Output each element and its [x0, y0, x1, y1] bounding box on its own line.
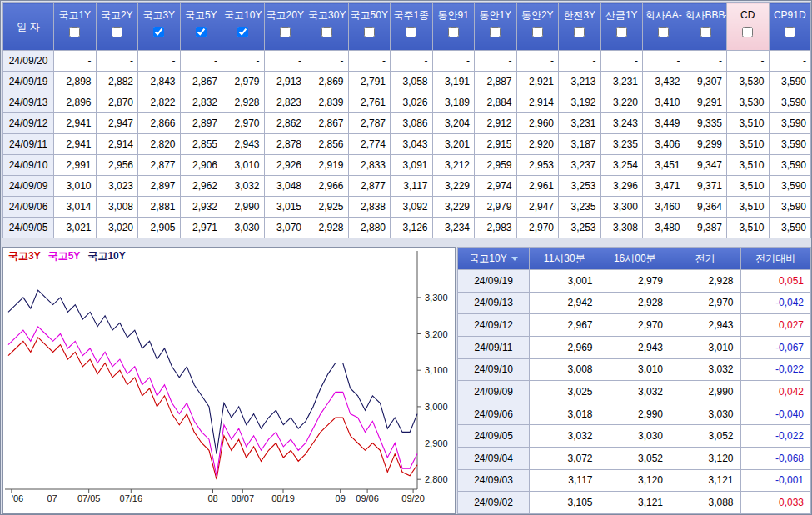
yield-cell: 2,970	[516, 218, 559, 238]
value-1130: 2,967	[530, 314, 600, 337]
column-checkbox-산금1Y[interactable]	[616, 27, 627, 38]
column-label: 회사BBB-	[685, 3, 727, 22]
column-header-국고50Y: 국고50Y	[348, 3, 391, 51]
column-checkbox-회사BBB-[interactable]	[700, 27, 711, 38]
yield-table-row[interactable]: 24/09/192,8982,8822,8432,8672,9792,9132,…	[3, 72, 811, 92]
yield-cell: 2,970	[222, 113, 265, 134]
yield-table-row[interactable]: 24/09/122,9412,9472,8662,8972,9702,8622,…	[3, 113, 811, 134]
yield-cell: 3,235	[600, 134, 643, 155]
column-checkbox-CP91D[interactable]	[785, 27, 795, 38]
column-checkbox-국고20Y[interactable]	[280, 27, 291, 38]
intraday-table-row[interactable]: 24/09/112,9692,9433,010-0,067	[458, 336, 811, 358]
column-header-국고30Y: 국고30Y	[306, 3, 349, 51]
row-date: 24/09/10	[458, 358, 530, 381]
yield-table-row[interactable]: 24/09/20------------------	[3, 51, 811, 72]
intraday-table-row[interactable]: 24/09/033,1173,1203,121-0,001	[458, 469, 811, 492]
column-checkbox-국주1종[interactable]	[406, 27, 416, 38]
intraday-table-row[interactable]: 24/09/063,0182,9903,030-0,040	[458, 402, 811, 425]
yield-cell: -	[685, 51, 727, 72]
yield-cell: 2,928	[222, 92, 265, 113]
yield-cell: -	[54, 51, 97, 72]
column-checkbox-국고2Y[interactable]	[112, 27, 122, 38]
value-1130: 3,105	[530, 492, 600, 514]
yield-cell: 3,510	[727, 155, 770, 176]
yield-cell: 2,913	[264, 72, 306, 92]
row-date: 24/09/06	[458, 402, 530, 425]
yield-cell: 2,961	[516, 176, 559, 197]
row-date: 24/09/05	[3, 218, 54, 238]
yield-cell: -	[516, 51, 559, 72]
yield-table-row[interactable]: 24/09/093,0103,0232,8972,9623,0323,0482,…	[3, 176, 811, 197]
yield-table-row[interactable]: 24/09/063,0143,0082,8812,9322,9903,0152,…	[3, 197, 811, 218]
column-checkbox-통안2Y[interactable]	[532, 27, 543, 38]
column-checkbox-국고30Y[interactable]	[321, 27, 332, 38]
column-checkbox-한전3Y[interactable]	[574, 27, 585, 38]
column-checkbox-국고10Y[interactable]	[237, 27, 248, 38]
value-1130: 3,032	[530, 425, 600, 448]
chart-legend: 국고3Y국고5Y국고10Y	[8, 249, 126, 263]
value-1130: 3,072	[530, 448, 600, 470]
yield-table-row[interactable]: 24/09/053,0213,0202,9052,9713,0303,0702,…	[3, 218, 811, 238]
yield-cell: 3,432	[643, 72, 685, 92]
yield-cell: 3,449	[643, 113, 685, 134]
yield-table-row[interactable]: 24/09/132,8962,8702,8222,8322,9282,8232,…	[3, 92, 811, 113]
intraday-table-row[interactable]: 24/09/023,1053,1213,0880,033	[458, 492, 811, 514]
yield-cell: 3,220	[600, 92, 643, 113]
yield-cell: 3,451	[643, 155, 685, 176]
daily-yields-table: 일 자 국고1Y국고2Y국고3Y국고5Y국고10Y국고20Y국고30Y국고50Y…	[2, 2, 811, 238]
yield-cell: 3,010	[54, 176, 97, 197]
column-label: 국고30Y	[306, 3, 348, 22]
column-checkbox-국고1Y[interactable]	[69, 27, 80, 38]
yield-cell: 9,335	[685, 113, 727, 134]
row-date: 24/09/02	[458, 492, 530, 514]
column-label: 국고1Y	[54, 3, 96, 22]
intraday-table-row[interactable]: 24/09/093,0253,0322,9900,042	[458, 381, 811, 403]
yield-line-chart: 2,8002,9003,0003,1003,2003,300'060707/05…	[3, 248, 455, 513]
row-date: 24/09/19	[458, 270, 530, 292]
intraday-table-row[interactable]: 24/09/043,0723,0523,120-0,068	[458, 448, 811, 470]
intraday-table-row[interactable]: 24/09/132,9422,9282,970-0,042	[458, 292, 811, 314]
yield-cell: -	[222, 51, 265, 72]
yield-cell: 3,296	[600, 176, 643, 197]
yield-cell: 3,091	[391, 155, 433, 176]
yield-cell: 3,237	[559, 155, 601, 176]
yield-table-row[interactable]: 24/09/112,9412,9142,8202,8552,9432,8782,…	[3, 134, 811, 155]
column-checkbox-국고50Y[interactable]	[364, 27, 375, 38]
intraday-table-row[interactable]: 24/09/193,0012,9792,9280,051	[458, 270, 811, 292]
column-checkbox-국고3Y[interactable]	[153, 27, 164, 38]
yield-table-row[interactable]: 24/09/102,9912,9562,8772,9063,0102,9262,…	[3, 155, 811, 176]
column-checkbox-통안91[interactable]	[448, 27, 459, 38]
row-date: 24/09/06	[3, 197, 54, 218]
column-checkbox-회사AA-[interactable]	[658, 27, 669, 38]
yield-cell: 3,189	[432, 92, 475, 113]
yield-cell: 3,510	[727, 218, 770, 238]
yield-cell: 3,070	[264, 218, 306, 238]
intraday-table-row[interactable]: 24/09/122,9672,9702,9430,027	[458, 314, 811, 337]
column-header-1130: 11시30분	[530, 248, 600, 270]
yield-cell: 2,866	[138, 113, 181, 134]
yield-cell: 3,231	[600, 72, 643, 92]
yield-cell: 3,590	[769, 113, 811, 134]
value-1600: 2,979	[600, 270, 670, 292]
yield-cell: 3,406	[643, 134, 685, 155]
column-label: 통안2Y	[517, 3, 559, 22]
value-1130: 2,969	[530, 336, 600, 358]
yield-cell: -	[643, 51, 685, 72]
svg-text:07: 07	[47, 493, 57, 503]
value-change: -0,042	[740, 292, 811, 314]
intraday-table-row[interactable]: 24/09/053,0323,0303,052-0,022	[458, 425, 811, 448]
yield-cell: 2,991	[54, 155, 97, 176]
yield-cell: -	[138, 51, 181, 72]
yield-cell: 2,897	[180, 113, 222, 134]
column-header-통안1Y: 통안1Y	[475, 3, 517, 51]
column-checkbox-국고5Y[interactable]	[196, 27, 207, 38]
yield-cell: 2,932	[180, 197, 222, 218]
column-checkbox-통안1Y[interactable]	[490, 27, 501, 38]
column-header-series[interactable]: 국고10Y	[458, 248, 530, 270]
column-checkbox-CD[interactable]	[742, 27, 753, 38]
yield-cell: 3,021	[54, 218, 97, 238]
yield-cell: 2,919	[306, 155, 349, 176]
yield-cell: 3,058	[391, 72, 433, 92]
intraday-table-row[interactable]: 24/09/103,0083,0103,032-0,022	[458, 358, 811, 381]
value-1130: 3,018	[530, 402, 600, 425]
